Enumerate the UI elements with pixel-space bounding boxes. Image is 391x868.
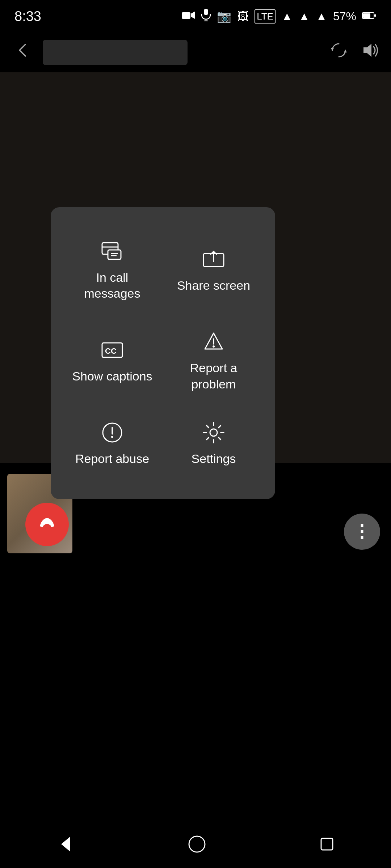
end-call-button[interactable] xyxy=(25,503,69,546)
settings-button[interactable]: Settings xyxy=(163,407,264,481)
settings-label: Settings xyxy=(192,451,236,467)
lte-icon: LTE xyxy=(255,9,276,24)
svg-point-27 xyxy=(189,836,205,852)
more-options-button[interactable]: ⋮ xyxy=(344,514,380,550)
camera-icon xyxy=(181,10,195,23)
bottom-strip: ⋮ In call messages Share screen xyxy=(0,463,391,564)
back-button[interactable] xyxy=(11,38,35,67)
svg-rect-28 xyxy=(321,838,333,850)
svg-text:CC: CC xyxy=(105,346,117,356)
navigation-bar xyxy=(0,825,391,868)
in-call-messages-button[interactable]: In call messages xyxy=(62,225,163,316)
nav-back-button[interactable] xyxy=(48,827,83,866)
svg-marker-10 xyxy=(363,44,371,57)
in-call-messages-label: In call messages xyxy=(84,269,140,301)
svg-marker-1 xyxy=(191,12,195,19)
photo-icon: 📷 xyxy=(217,9,231,23)
rotate-camera-button[interactable] xyxy=(329,40,349,65)
svg-rect-13 xyxy=(108,250,121,259)
call-title-bar xyxy=(43,40,188,65)
report-abuse-label: Report abuse xyxy=(75,451,149,467)
show-captions-label: Show captions xyxy=(72,368,152,384)
signal-icon: ▲ xyxy=(299,10,310,23)
nav-home-button[interactable] xyxy=(180,827,214,866)
share-screen-icon xyxy=(202,248,225,271)
nav-recent-button[interactable] xyxy=(311,828,343,864)
top-bar xyxy=(0,33,391,72)
mic-icon xyxy=(201,8,211,24)
show-captions-button[interactable]: CC Show captions xyxy=(62,316,163,406)
options-popup-menu: In call messages Share screen CC Show ca… xyxy=(51,207,275,499)
report-problem-button[interactable]: Report a problem xyxy=(163,316,264,406)
settings-icon xyxy=(202,421,225,444)
status-time: 8:33 xyxy=(14,9,41,24)
report-problem-icon xyxy=(202,330,225,353)
top-bar-actions xyxy=(329,40,380,65)
battery-level: 57% xyxy=(333,10,356,23)
gallery-icon: 🖼 xyxy=(237,10,249,23)
svg-point-21 xyxy=(213,345,215,348)
svg-rect-2 xyxy=(204,9,208,15)
report-abuse-button[interactable]: Report abuse xyxy=(62,407,163,481)
status-bar: 8:33 📷 🖼 LTE ▲ ▲ ▲ 57% xyxy=(0,0,391,33)
report-problem-label: Report a problem xyxy=(190,360,237,392)
svg-rect-7 xyxy=(374,14,376,17)
status-icons: 📷 🖼 LTE ▲ ▲ ▲ 57% xyxy=(181,8,377,24)
share-screen-label: Share screen xyxy=(177,277,250,293)
share-screen-button[interactable]: Share screen xyxy=(163,225,264,316)
svg-point-25 xyxy=(210,429,217,436)
volume-button[interactable] xyxy=(360,40,380,65)
wifi-icon: ▲ xyxy=(281,10,293,23)
svg-rect-0 xyxy=(182,12,190,19)
svg-marker-8 xyxy=(331,48,334,51)
report-abuse-icon xyxy=(101,421,124,444)
svg-marker-26 xyxy=(61,837,70,851)
captions-icon: CC xyxy=(101,339,124,362)
svg-rect-6 xyxy=(363,13,370,18)
svg-marker-9 xyxy=(344,50,347,52)
svg-point-24 xyxy=(111,436,113,438)
spacer xyxy=(0,564,391,825)
signal2-icon: ▲ xyxy=(316,10,327,23)
message-icon xyxy=(101,240,124,263)
battery-icon xyxy=(362,12,377,21)
